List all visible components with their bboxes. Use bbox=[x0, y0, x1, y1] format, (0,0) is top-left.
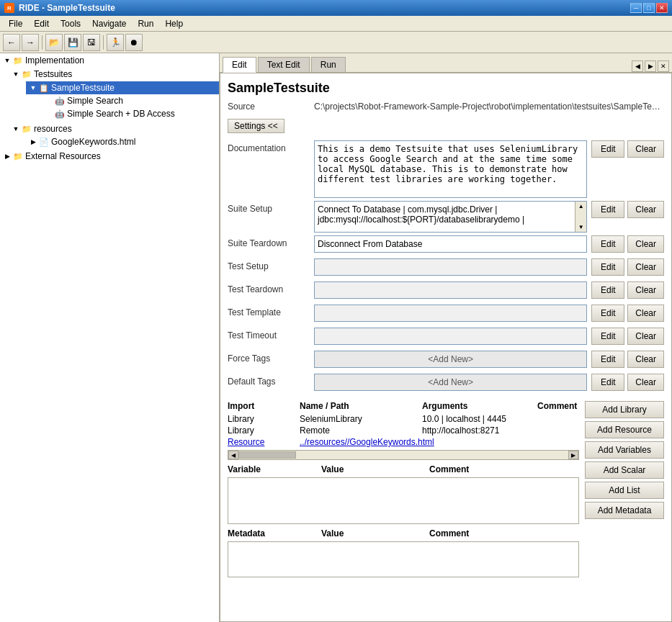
toolbar-open-button[interactable]: 📂 bbox=[45, 34, 63, 51]
field-input-test-setup-value[interactable] bbox=[314, 258, 587, 276]
scroll-left-button[interactable]: ◀ bbox=[228, 451, 238, 459]
tree-toggle-sampletestsuite[interactable]: ▼ bbox=[29, 84, 37, 92]
menu-edit[interactable]: Edit bbox=[28, 17, 55, 30]
edit-documentation-button[interactable]: Edit bbox=[591, 140, 624, 158]
sidebar-item-implementation[interactable]: ▼ 📁 Implementation bbox=[0, 54, 219, 67]
field-buttons-test-timeout: Edit Clear bbox=[591, 328, 664, 345]
field-row-suite-teardown: Suite Teardown Edit Clear bbox=[228, 235, 664, 256]
test-icon-simple-search: 🤖 bbox=[55, 96, 65, 106]
scroll-down-icon[interactable]: ▼ bbox=[578, 224, 584, 230]
clear-documentation-button[interactable]: Clear bbox=[627, 140, 664, 158]
import-scrollbar: ◀ ▶ bbox=[228, 450, 579, 460]
menu-tools[interactable]: Tools bbox=[55, 17, 86, 30]
field-row-default-tags: Default Tags <Add New> Edit Clear bbox=[228, 374, 664, 394]
main-layout: ▼ 📁 Implementation ▼ 📁 Testsuites ▼ 📋 Sa… bbox=[0, 53, 672, 622]
test-icon-simple-search-db: 🤖 bbox=[55, 109, 65, 119]
tab-text-edit[interactable]: Text Edit bbox=[258, 57, 310, 72]
tree-toggle-resources[interactable]: ▼ bbox=[12, 125, 20, 133]
edit-test-setup-button[interactable]: Edit bbox=[591, 258, 624, 276]
toolbar: ← → 📂 💾 🖫 🏃 ⏺ bbox=[0, 32, 672, 53]
sidebar-item-sampletestsuite[interactable]: ▼ 📋 SampleTestsuite bbox=[26, 81, 219, 94]
clear-force-tags-button[interactable]: Clear bbox=[627, 351, 664, 368]
settings-button[interactable]: Settings << bbox=[228, 119, 285, 133]
field-buttons-default-tags: Edit Clear bbox=[591, 374, 664, 391]
import-row-0: Library SeleniumLibrary 10.0 | localhost… bbox=[228, 414, 579, 424]
toolbar-separator-1 bbox=[42, 35, 42, 50]
import-name-2[interactable]: ../resources//GoogleKeywords.html bbox=[300, 437, 422, 447]
toolbar-save-button[interactable]: 🖫 bbox=[83, 34, 100, 51]
add-resource-button[interactable]: Add Resource bbox=[585, 421, 664, 438]
add-library-button[interactable]: Add Library bbox=[585, 401, 664, 418]
tree-toggle-testsuites[interactable]: ▼ bbox=[12, 70, 20, 78]
edit-test-teardown-button[interactable]: Edit bbox=[591, 281, 624, 299]
field-label-documentation: Documentation bbox=[228, 140, 314, 153]
default-tags-add-new-button[interactable]: <Add New> bbox=[314, 374, 587, 391]
clear-suite-teardown-button[interactable]: Clear bbox=[627, 235, 664, 253]
menu-file[interactable]: File bbox=[3, 17, 28, 30]
menu-run[interactable]: Run bbox=[132, 17, 159, 30]
sidebar-label-googlekeywords: GoogleKeywords.html bbox=[51, 137, 135, 147]
scrollbar-thumb[interactable] bbox=[238, 451, 296, 459]
menu-help[interactable]: Help bbox=[159, 17, 189, 30]
clear-suite-setup-button[interactable]: Clear bbox=[627, 201, 664, 218]
tree-toggle-external[interactable]: ▶ bbox=[3, 152, 12, 161]
sidebar-item-external-resources[interactable]: ▶ 📁 External Resources bbox=[0, 150, 219, 163]
toolbar-record-button[interactable]: ⏺ bbox=[125, 34, 143, 51]
sidebar-item-simple-search-db[interactable]: 🤖 Simple Search + DB Access bbox=[52, 107, 219, 120]
clear-default-tags-button[interactable]: Clear bbox=[627, 374, 664, 391]
import-col-comment: Comment bbox=[537, 401, 579, 411]
title-bar: R RIDE - SampleTestsuite ─ □ ✕ bbox=[0, 0, 672, 16]
tab-nav-prev[interactable]: ◀ bbox=[632, 60, 643, 72]
field-input-test-teardown-value[interactable] bbox=[314, 281, 587, 299]
close-button[interactable]: ✕ bbox=[656, 3, 668, 13]
sidebar-label-external-resources: External Resources bbox=[25, 151, 101, 161]
import-args-1: http://localhost:8271 bbox=[422, 425, 537, 436]
menu-navigate[interactable]: Navigate bbox=[86, 17, 132, 30]
add-list-button[interactable]: Add List bbox=[585, 482, 664, 499]
tab-edit[interactable]: Edit bbox=[223, 57, 256, 73]
sidebar-item-googlekeywords[interactable]: ▶ 📄 GoogleKeywords.html bbox=[26, 135, 219, 148]
edit-suite-teardown-button[interactable]: Edit bbox=[591, 235, 624, 253]
field-row-test-timeout: Test Timeout Edit Clear bbox=[228, 328, 664, 348]
scroll-up-icon[interactable]: ▲ bbox=[578, 203, 584, 209]
tree-node-sampletestsuite: ▼ 📋 SampleTestsuite 🤖 Simple Search 🤖 Si… bbox=[26, 81, 219, 121]
tree-toggle-implementation[interactable]: ▼ bbox=[3, 56, 12, 65]
minimize-button[interactable]: ─ bbox=[630, 3, 642, 13]
edit-force-tags-button[interactable]: Edit bbox=[591, 351, 624, 368]
edit-suite-setup-button[interactable]: Edit bbox=[591, 201, 624, 218]
clear-test-setup-button[interactable]: Clear bbox=[627, 258, 664, 276]
toolbar-save-all-button[interactable]: 💾 bbox=[64, 34, 81, 51]
tree-node-testsuites: ▼ 📁 Testsuites ▼ 📋 SampleTestsuite 🤖 Sim… bbox=[9, 67, 219, 122]
field-row-force-tags: Force Tags <Add New> Edit Clear bbox=[228, 351, 664, 371]
add-metadata-button[interactable]: Add Metadata bbox=[585, 502, 664, 519]
scroll-right-button[interactable]: ▶ bbox=[568, 451, 578, 459]
tree-toggle-googlekeywords[interactable]: ▶ bbox=[29, 138, 37, 146]
toolbar-forward-button[interactable]: → bbox=[22, 34, 39, 51]
sidebar-item-resources[interactable]: ▼ 📁 resources bbox=[9, 122, 219, 135]
field-row-documentation: Documentation This is a demo Testsuite t… bbox=[228, 140, 664, 198]
tab-nav-close[interactable]: ✕ bbox=[658, 60, 669, 72]
force-tags-add-new-button[interactable]: <Add New> bbox=[314, 351, 587, 368]
maximize-button[interactable]: □ bbox=[643, 3, 655, 13]
edit-test-template-button[interactable]: Edit bbox=[591, 305, 624, 322]
tab-run[interactable]: Run bbox=[311, 57, 346, 72]
sidebar-item-simple-search[interactable]: 🤖 Simple Search bbox=[52, 94, 219, 107]
edit-test-timeout-button[interactable]: Edit bbox=[591, 328, 624, 345]
field-input-suite-teardown-value[interactable] bbox=[314, 235, 587, 253]
edit-default-tags-button[interactable]: Edit bbox=[591, 374, 624, 391]
clear-test-timeout-button[interactable]: Clear bbox=[627, 328, 664, 345]
add-scalar-button[interactable]: Add Scalar bbox=[585, 461, 664, 479]
field-textarea-documentation[interactable]: This is a demo Testsuite that uses Selen… bbox=[314, 140, 587, 198]
import-content: Import Name / Path Arguments Comment Lib… bbox=[228, 401, 579, 577]
clear-test-teardown-button[interactable]: Clear bbox=[627, 281, 664, 299]
sidebar-item-testsuites[interactable]: ▼ 📁 Testsuites bbox=[9, 68, 219, 81]
tab-nav-next[interactable]: ▶ bbox=[645, 60, 656, 72]
field-input-test-timeout-value[interactable] bbox=[314, 328, 587, 345]
clear-test-template-button[interactable]: Clear bbox=[627, 305, 664, 322]
import-type-2[interactable]: Resource bbox=[228, 437, 300, 447]
toolbar-run-button[interactable]: 🏃 bbox=[107, 34, 124, 51]
meta-col-comment: Comment bbox=[429, 528, 579, 538]
add-variables-button[interactable]: Add Variables bbox=[585, 441, 664, 459]
toolbar-back-button[interactable]: ← bbox=[3, 34, 20, 51]
field-input-test-template-value[interactable] bbox=[314, 305, 587, 322]
